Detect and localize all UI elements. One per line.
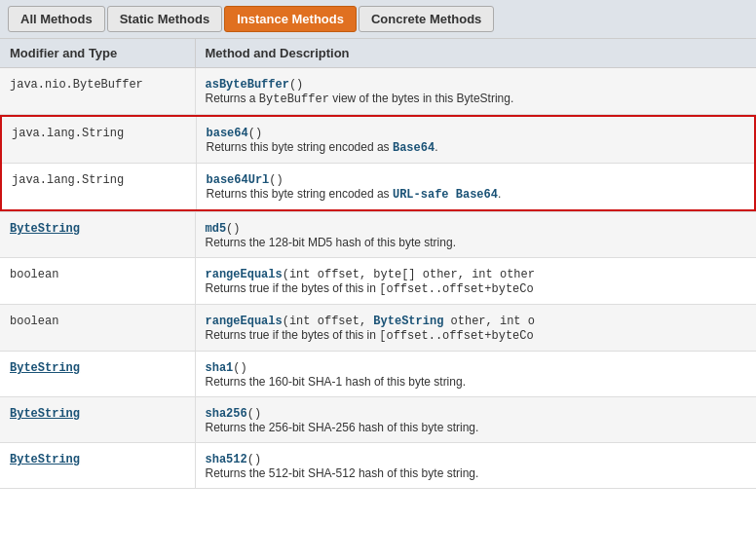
table-row: java.nio.ByteBuffer asByteBuffer() Retur… [0, 68, 756, 115]
method-cell: rangeEquals(int offset, ByteString other… [195, 305, 756, 352]
modifier-type-link[interactable]: ByteString [10, 407, 80, 421]
modifier-type-link[interactable]: ByteString [10, 361, 80, 375]
highlighted-group-cell: java.lang.String base64() Returns this b… [0, 115, 756, 212]
table-row: boolean rangeEquals(int offset, byte[] o… [0, 258, 756, 305]
modifier-type-text: java.lang.String [12, 127, 124, 140]
method-description: Returns the 256-bit SHA-256 hash of this… [206, 421, 747, 434]
concrete-methods-button[interactable]: Concrete Methods [359, 6, 494, 32]
method-description: Returns the 160-bit SHA-1 hash of this b… [206, 375, 747, 389]
static-methods-button[interactable]: Static Methods [107, 6, 222, 32]
modifier-type-text: boolean [10, 268, 58, 281]
modifier-cell: java.nio.ByteBuffer [0, 68, 195, 115]
modifier-cell: ByteString [0, 212, 195, 258]
desc-code: [offset..offset+byteCo [379, 282, 533, 296]
method-params: () [289, 78, 303, 92]
method-params-prefix: (int offset, [283, 315, 374, 328]
modifier-type-text: java.nio.ByteBuffer [10, 78, 143, 92]
table-row: java.lang.String base64() Returns this b… [1, 116, 755, 164]
modifier-type-link[interactable]: ByteString [10, 222, 80, 236]
modifier-type-text: java.lang.String [12, 173, 124, 187]
method-description: Returns the 128-bit MD5 hash of this byt… [206, 236, 747, 249]
modifier-type-header: Modifier and Type [0, 39, 195, 68]
modifier-cell: java.lang.String [1, 116, 196, 164]
method-description: Returns this byte string encoded as Base… [207, 140, 745, 155]
method-description: Returns true if the bytes of this in [of… [206, 281, 747, 296]
modifier-cell: ByteString [0, 397, 195, 443]
modifier-cell: ByteString [0, 352, 195, 397]
method-link[interactable]: sha256 [206, 407, 247, 421]
method-params: () [248, 127, 262, 140]
method-link[interactable]: rangeEquals [206, 268, 283, 281]
method-params-suffix: other, int o [443, 315, 535, 328]
method-cell: rangeEquals(int offset, byte[] other, in… [195, 258, 756, 305]
all-methods-button[interactable]: All Methods [8, 6, 105, 32]
table-row: java.lang.String base64() Returns this b… [0, 115, 756, 212]
method-link[interactable]: base64 [207, 127, 248, 140]
method-params: () [247, 453, 261, 466]
bytestring-param-link[interactable]: ByteString [373, 315, 443, 328]
method-link[interactable]: sha512 [206, 453, 247, 466]
method-link[interactable]: md5 [206, 222, 227, 236]
method-params: () [226, 222, 240, 236]
method-description-header: Method and Description [195, 39, 756, 68]
modifier-cell: boolean [0, 305, 195, 352]
methods-table: Modifier and Type Method and Description… [0, 39, 756, 489]
modifier-type-text: boolean [10, 315, 58, 328]
method-params: () [269, 173, 283, 187]
method-link[interactable]: base64Url [207, 173, 270, 187]
method-params: () [247, 407, 261, 421]
table-row: ByteString sha256() Returns the 256-bit … [0, 397, 756, 443]
method-link[interactable]: rangeEquals [206, 315, 283, 328]
method-description: Returns a ByteBuffer view of the bytes i… [206, 92, 747, 106]
desc-code: [offset..offset+byteCo [379, 329, 533, 343]
method-cell: sha256() Returns the 256-bit SHA-256 has… [195, 397, 756, 443]
method-cell: asByteBuffer() Returns a ByteBuffer view… [195, 68, 756, 115]
table-row: ByteString sha512() Returns the 512-bit … [0, 443, 756, 489]
table-row: ByteString sha1() Returns the 160-bit SH… [0, 352, 756, 397]
modifier-cell: ByteString [0, 443, 195, 489]
instance-methods-button[interactable]: Instance Methods [224, 6, 357, 32]
method-link[interactable]: sha1 [206, 361, 234, 375]
table-header-row: Modifier and Type Method and Description [0, 39, 756, 68]
desc-code: ByteBuffer [259, 93, 329, 106]
method-description: Returns true if the bytes of this in [of… [206, 328, 747, 343]
method-params: (int offset, byte[] other, int other [283, 268, 535, 281]
toolbar: All Methods Static Methods Instance Meth… [0, 0, 756, 39]
method-link[interactable]: asByteBuffer [206, 78, 289, 92]
table-row: boolean rangeEquals(int offset, ByteStri… [0, 305, 756, 352]
method-cell: base64Url() Returns this byte string enc… [196, 164, 755, 211]
method-cell: base64() Returns this byte string encode… [196, 116, 755, 164]
method-description: Returns the 512-bit SHA-512 hash of this… [206, 466, 747, 480]
method-description: Returns this byte string encoded as URL-… [207, 187, 745, 202]
method-cell: md5() Returns the 128-bit MD5 hash of th… [195, 212, 756, 258]
base64url-link[interactable]: URL-safe Base64 [393, 188, 498, 202]
method-params: () [233, 361, 246, 375]
method-cell: sha1() Returns the 160-bit SHA-1 hash of… [195, 352, 756, 397]
highlighted-group-table: java.lang.String base64() Returns this b… [0, 115, 756, 211]
modifier-cell: java.lang.String [1, 164, 196, 211]
modifier-type-link[interactable]: ByteString [10, 453, 80, 466]
method-cell: sha512() Returns the 512-bit SHA-512 has… [195, 443, 756, 489]
table-row: java.lang.String base64Url() Returns thi… [1, 164, 755, 211]
methods-container: All Methods Static Methods Instance Meth… [0, 0, 756, 489]
modifier-cell: boolean [0, 258, 195, 305]
table-row: ByteString md5() Returns the 128-bit MD5… [0, 212, 756, 258]
base64-link[interactable]: Base64 [393, 141, 435, 155]
